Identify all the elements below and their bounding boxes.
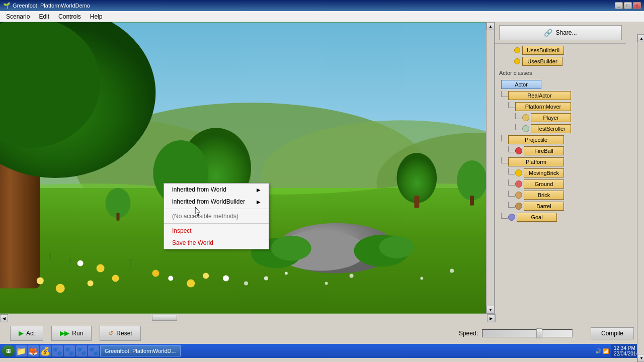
projectile-subtree: Projectile FireBall (508, 135, 564, 155)
ctx-save-world[interactable]: Save the World (164, 237, 269, 249)
taskbar-icon-greenfoot4[interactable]: 🐾 (88, 345, 99, 356)
menu-controls[interactable]: Controls (54, 12, 85, 21)
svg-point-40 (350, 274, 354, 278)
uses-builder-ii-node: UsesBuilderII (514, 46, 564, 55)
connector-player (515, 113, 522, 119)
ground-box[interactable]: Ground (524, 179, 564, 189)
speed-slider[interactable] (482, 329, 573, 337)
compile-area (495, 314, 626, 322)
reset-button[interactable]: ↺ Reset (100, 326, 140, 341)
menu-help[interactable]: Help (86, 12, 107, 21)
test-scroller-box[interactable]: TestScroller (531, 124, 571, 133)
uses-builder-ii-box[interactable]: UsesBuilderII (522, 46, 564, 55)
connector-platform (501, 157, 508, 163)
connector-barrel (508, 202, 515, 208)
actor-node-row: Actor (501, 80, 622, 89)
connector-real-actor (501, 91, 508, 97)
taskbar-icon-greenfoot2[interactable]: 🐾 (64, 345, 75, 356)
taskbar-icon-firefox[interactable]: 🦊 (28, 345, 39, 356)
world-classes-section: UsesBuilderII UsesBuilder (495, 44, 626, 68)
scroll-up-button[interactable]: ▲ (487, 22, 495, 30)
platform-mover-box[interactable]: PlatformMover (515, 102, 571, 111)
player-box[interactable]: Player (531, 113, 571, 122)
goal-icon (508, 214, 515, 221)
scroll-right-button[interactable]: ▶ (487, 314, 495, 322)
player-row: Player (515, 113, 571, 122)
h-scroll-track[interactable] (8, 314, 487, 322)
context-menu: inherited from World ▶ inherited from Wo… (164, 183, 269, 249)
svg-point-32 (37, 278, 44, 285)
run-button[interactable]: ▶▶ Run (51, 326, 92, 341)
ctx-inspect[interactable]: Inspect (164, 225, 269, 237)
platform-subtree: Platform MovingBrick (508, 157, 564, 211)
h-scroll-thumb[interactable] (152, 315, 177, 321)
titlebar-controls: _ □ × (615, 2, 641, 9)
uses-builder-node: UsesBuilder (514, 57, 562, 66)
tray-icons: 🔊 📶 (595, 348, 609, 354)
menu-scenario[interactable]: Scenario (2, 12, 34, 21)
svg-point-37 (285, 272, 288, 275)
projectile-box[interactable]: Projectile (508, 135, 564, 144)
fireball-row: FireBall (508, 146, 564, 155)
connector-fireball (508, 146, 515, 152)
taskbar: ⊞ 📁 🦊 💰 🐾 🐾 🐾 🐾 Greenfoot: PlatformWorld… (0, 344, 644, 358)
svg-point-30 (203, 273, 209, 279)
minimize-button[interactable]: _ (615, 2, 623, 9)
main-layout: inherited from World ▶ inherited from Wo… (0, 22, 644, 314)
connector-platform-mover (508, 102, 515, 108)
brick-box[interactable]: Brick (524, 191, 564, 200)
svg-point-38 (244, 282, 248, 286)
speed-thumb[interactable] (536, 328, 542, 338)
scene-canvas[interactable] (0, 22, 494, 314)
share-button[interactable]: 🔗 Share... (499, 25, 622, 40)
ctx-inherited-world[interactable]: inherited from World ▶ (164, 184, 269, 196)
scroll-down-button[interactable]: ▼ (487, 306, 495, 314)
taskbar-icon-explorer[interactable]: 📁 (16, 345, 27, 356)
actor-box[interactable]: Actor (501, 80, 541, 89)
real-actor-box[interactable]: RealActor (508, 91, 571, 100)
act-icon: ▶ (19, 330, 23, 337)
goal-item: Goal (508, 213, 557, 222)
taskbar-icon-greenfoot3[interactable]: 🐾 (76, 345, 87, 356)
projectile-row: Projectile FireBall (501, 135, 622, 155)
svg-point-27 (88, 281, 94, 287)
taskbar-icon-app3[interactable]: 💰 (40, 345, 51, 356)
ctx-no-methods: (No accessible methods) (164, 210, 269, 222)
ctx-inherited-worldbuilder[interactable]: inherited from WorldBuilder ▶ (164, 196, 269, 208)
barrel-box[interactable]: Barrel (524, 202, 564, 211)
submenu-arrow-icon: ▶ (257, 187, 261, 193)
compile-button[interactable]: Compile (591, 327, 634, 339)
fireball-box[interactable]: FireBall (524, 146, 564, 155)
platform-mover-row: PlatformMover Player (508, 102, 571, 133)
canvas-area[interactable]: inherited from World ▶ inherited from Wo… (0, 22, 495, 314)
svg-point-35 (223, 276, 229, 282)
moving-brick-box[interactable]: MovingBrick (524, 168, 564, 177)
menu-edit[interactable]: Edit (35, 12, 53, 21)
taskbar-icon-greenfoot1[interactable]: 🐾 (52, 345, 63, 356)
platform-box[interactable]: Platform (508, 157, 564, 166)
barrel-item: Barrel (515, 202, 564, 211)
share-icon: 🔗 (544, 29, 552, 37)
actor-classes-label: Actor classes (495, 68, 626, 78)
titlebar-title: Greenfoot: PlatformWorldDemo (13, 3, 90, 9)
goal-box[interactable]: Goal (517, 213, 557, 222)
fireball-item: FireBall (515, 146, 564, 155)
active-window-button[interactable]: Greenfoot: PlatformWorldD... (100, 345, 181, 356)
scroll-left-button[interactable]: ◀ (0, 314, 8, 322)
svg-rect-24 (117, 213, 120, 221)
uses-builder-box[interactable]: UsesBuilder (522, 57, 562, 66)
act-button[interactable]: ▶ Act (10, 326, 43, 341)
ground-row: Ground (508, 179, 564, 189)
svg-rect-14 (414, 196, 419, 208)
start-button[interactable]: ⊞ (2, 345, 15, 356)
svg-point-28 (152, 270, 159, 277)
canvas-h-scrollbar: ◀ ▶ (0, 314, 495, 322)
submenu-arrow-icon2: ▶ (257, 199, 261, 205)
ground-item: Ground (515, 179, 564, 189)
close-button[interactable]: × (633, 2, 641, 9)
svg-point-31 (56, 284, 65, 293)
scroll-track-right[interactable] (487, 30, 494, 306)
uses-builder-ii-icon (514, 47, 520, 53)
player-icon (522, 114, 529, 121)
maximize-button[interactable]: □ (624, 2, 632, 9)
